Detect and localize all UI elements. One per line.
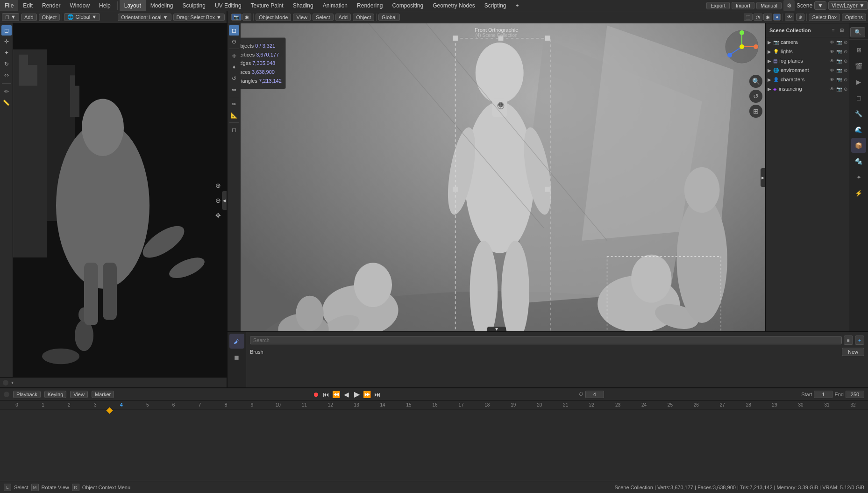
viewport-add-btn[interactable]: Add xyxy=(335,14,351,21)
annotate-btn-3d[interactable]: ✏ xyxy=(229,99,239,109)
scale-btn-3d[interactable]: ⇔ xyxy=(229,85,239,95)
chars-render[interactable]: ⊙ xyxy=(844,77,847,82)
workspace-layout[interactable]: Layout xyxy=(120,0,146,11)
select-box-btn[interactable]: ◻ xyxy=(229,25,239,36)
cursor-btn-3d[interactable]: ✛ xyxy=(229,51,239,61)
transform-mode-btn[interactable]: ◻ ▼ xyxy=(2,13,19,21)
camera-cam[interactable]: 📷 xyxy=(836,40,842,45)
viewport-view-btn[interactable]: View xyxy=(293,14,311,21)
global-btn[interactable]: 🌐 Global ▼ xyxy=(64,13,100,21)
marker-menu[interactable]: Marker xyxy=(92,391,114,398)
workspace-uv-editing[interactable]: UV Editing xyxy=(210,0,246,11)
scale-tool-btn[interactable]: ⇔ xyxy=(1,70,12,80)
viewport-options-btn2[interactable]: Options xyxy=(842,14,866,21)
props-search-btn[interactable]: 🔍 xyxy=(850,27,865,37)
zoom-icon[interactable]: ⊕ xyxy=(212,179,225,192)
rmb-hint[interactable]: R xyxy=(72,484,79,491)
jump-start-btn[interactable]: ⏮ xyxy=(322,390,330,399)
export-button[interactable]: Export xyxy=(706,2,730,9)
menu-edit[interactable]: Edit xyxy=(18,0,37,11)
overlay-btn[interactable]: 👁 xyxy=(785,14,794,21)
workspace-scripting[interactable]: Scripting xyxy=(480,0,511,11)
zoom-in-3d[interactable]: 🔍 xyxy=(749,75,762,88)
viewport-selector-left[interactable] xyxy=(3,380,8,386)
workspace-compositing[interactable]: Compositing xyxy=(387,0,428,11)
engine-icon[interactable]: ⚙ xyxy=(783,0,795,11)
workspace-rendering[interactable]: Rendering xyxy=(352,0,387,11)
collection-item-characters[interactable]: ▶ 👤 characters 👁 📷 ⊙ xyxy=(766,75,849,84)
render-prop-icon[interactable]: 🎬 xyxy=(851,58,866,73)
view-layer-icon[interactable]: ◻ xyxy=(851,90,866,105)
workspace-texture-paint[interactable]: Texture Paint xyxy=(246,0,288,11)
step-fwd-btn[interactable]: ⏩ xyxy=(363,390,371,399)
timeline-selector[interactable] xyxy=(4,392,9,397)
workspace-sculpting[interactable]: Sculpting xyxy=(178,0,210,11)
pan-icon[interactable]: ✥ xyxy=(212,209,225,222)
chars-eye[interactable]: 👁 xyxy=(830,77,834,82)
scene-prop-icon[interactable]: 🖥 xyxy=(851,43,866,57)
world-icon-btn[interactable]: 🌊 xyxy=(851,122,866,137)
texture-icon[interactable]: ◼ xyxy=(229,350,244,364)
env-render[interactable]: ⊙ xyxy=(844,68,847,73)
scene-dropdown[interactable]: ▼ xyxy=(814,1,826,10)
perspective-3d[interactable]: ⊞ xyxy=(749,105,762,118)
menu-render[interactable]: Render xyxy=(37,0,65,11)
object-mode-dropdown[interactable]: Object Mode xyxy=(256,14,291,21)
camera-render[interactable]: ⊙ xyxy=(844,40,847,45)
collapse-bottom-btn[interactable]: ▾ xyxy=(487,327,506,331)
viewport-global-btn[interactable]: Global xyxy=(378,14,400,21)
collection-item-lights[interactable]: ▶ 💡 lights 👁 📷 ⊙ xyxy=(766,47,849,56)
play-btn[interactable]: ▶ xyxy=(353,390,361,399)
workspace-geometry-nodes[interactable]: Geometry Nodes xyxy=(428,0,480,11)
viewport-options-right[interactable]: Select Box xyxy=(809,14,840,21)
shading-material-btn[interactable]: ◉ xyxy=(763,14,772,21)
gizmo-btn[interactable]: ⊕ xyxy=(796,14,804,21)
move-btn-3d[interactable]: ✦ xyxy=(229,62,239,72)
measure-btn-3d[interactable]: 📐 xyxy=(229,110,239,121)
env-eye[interactable]: 👁 xyxy=(830,68,834,73)
viewport-object-btn[interactable]: Object xyxy=(353,14,374,21)
current-frame-input[interactable]: 4 xyxy=(585,391,604,398)
viewport-mode-icon[interactable]: 📷 xyxy=(231,14,242,21)
orbit-3d[interactable]: ↺ xyxy=(749,90,762,103)
annotate-btn[interactable]: ✏ xyxy=(1,86,12,97)
measure-btn[interactable]: 📏 xyxy=(1,98,12,108)
select-circle-btn[interactable]: ⊙ xyxy=(229,36,239,47)
shading-render-btn[interactable]: ● xyxy=(773,14,781,21)
rotate-tool-btn[interactable]: ↻ xyxy=(1,59,12,69)
lights-cam[interactable]: 📷 xyxy=(836,49,842,54)
view-menu-tl[interactable]: View xyxy=(70,391,88,398)
jump-end-btn[interactable]: ⏭ xyxy=(373,390,382,399)
inst-eye[interactable]: 👁 xyxy=(830,86,834,92)
object-icon-btn[interactable]: 📦 xyxy=(851,138,866,153)
viewport-options-btn[interactable]: Orientation: Local ▼ xyxy=(118,14,171,21)
fog-render[interactable]: ⊙ xyxy=(844,58,847,64)
drag-btn[interactable]: Drag: Select Box ▼ xyxy=(173,14,225,21)
collapse-right-btn[interactable]: ▸ xyxy=(761,168,765,187)
collection-item-instancing[interactable]: ▶ ◈ instancing 👁 📷 ⊙ xyxy=(766,84,849,93)
record-btn[interactable]: ⏺ xyxy=(312,390,320,399)
start-frame-input[interactable] xyxy=(814,391,832,398)
filter-icon[interactable]: ≡ xyxy=(830,27,837,34)
menu-file[interactable]: File xyxy=(0,0,18,11)
timeline-track-area[interactable]: 0 1 2 3 4 5 6 7 8 9 10 11 12 xyxy=(0,400,868,481)
select-tool-btn[interactable]: ◻ xyxy=(1,25,12,36)
menu-help[interactable]: Help xyxy=(94,0,115,11)
manual-button[interactable]: Manual xyxy=(756,2,782,9)
workspace-animation[interactable]: Animation xyxy=(318,0,352,11)
menu-window[interactable]: Window xyxy=(65,0,94,11)
filter2-icon[interactable]: ⊞ xyxy=(838,27,846,34)
modifier-icon-btn[interactable]: 🔩 xyxy=(851,154,866,169)
fog-eye[interactable]: 👁 xyxy=(830,58,834,64)
keying-menu[interactable]: Keying xyxy=(44,391,67,398)
mmb-hint[interactable]: M xyxy=(31,484,39,491)
workspace-shading[interactable]: Shading xyxy=(288,0,318,11)
physics-icon-btn[interactable]: ⚡ xyxy=(851,186,866,200)
particles-icon-btn[interactable]: ✦ xyxy=(851,170,866,185)
playback-menu[interactable]: Playback xyxy=(13,391,41,398)
collection-item-fog[interactable]: ▶ ▤ fog planes 👁 📷 ⊙ xyxy=(766,56,849,65)
shading-solid-btn[interactable]: ◔ xyxy=(754,14,762,21)
import-button[interactable]: Import xyxy=(732,2,754,9)
lights-render[interactable]: ⊙ xyxy=(844,49,847,54)
collection-item-camera[interactable]: ▶ 📷 camera 👁 📷 ⊙ xyxy=(766,37,849,47)
